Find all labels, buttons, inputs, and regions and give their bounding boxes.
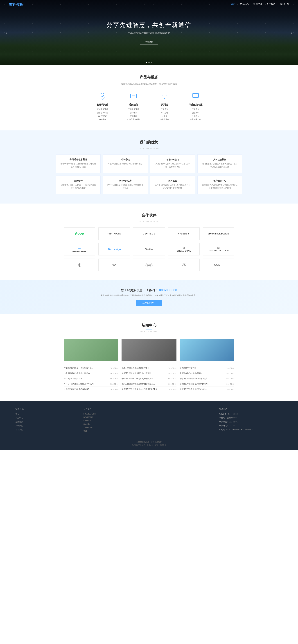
- 3days-logo: 3DAYS FREE DESIGN: [208, 232, 229, 235]
- news-divider: [146, 329, 152, 330]
- news-item[interactable]: 多元设备与传统媒体的区别 2018-01-03: [180, 371, 234, 376]
- news-item[interactable]: 短信通知平台与广告可知到推进直播到... 2018-01-03: [122, 376, 176, 382]
- advantage-card-title-3: 标准API接口: [154, 158, 191, 161]
- product-item-1: 验证码短信 智能多网通道 全国全网收发 99.9%到达 54%优先: [92, 92, 113, 121]
- advantage-card-title-5: 三网合一: [60, 180, 97, 182]
- news-item[interactable]: 短信通知平台经营销售企业优质 2018-01-01 2018-01-03: [122, 387, 176, 392]
- hero-cta-button[interactable]: 点击测验: [140, 39, 158, 44]
- product-feature: 极速测试: [185, 111, 206, 114]
- nav-link-about[interactable]: 关于我们: [267, 3, 275, 6]
- advantage-card-desc-1: 短信录有专用通道，通畅无用通道，保证您获得高效的、优质: [60, 162, 97, 168]
- footer-partner-the-future: The Future: [84, 426, 147, 429]
- partner-devitems[interactable]: DEVITEMS: [133, 228, 165, 240]
- partner-the-future[interactable]: G | The Future CREATE STH: [203, 243, 234, 256]
- news-image-2: [122, 339, 176, 361]
- advantage-card-desc-4: 短信发给用户后会实时显示状态报告，返回状态告知您的产品分类: [201, 162, 238, 168]
- news-item[interactable]: 如何用短信来加速您的媒体编? 2018-01-03: [64, 387, 118, 392]
- js-logo: JS: [182, 263, 186, 267]
- news-item[interactable]: 独到正确通过才能知道更好的解决编是... 2018-01-03: [122, 382, 176, 387]
- roop-logo: Roop: [75, 232, 84, 236]
- news-item[interactable]: 短也通知平台合理使用短才通也... 2018-01-02: [180, 387, 234, 392]
- partner-roop[interactable]: Roop: [64, 228, 95, 240]
- partner-dream-goal[interactable]: M DREAM GOAL: [168, 243, 200, 256]
- partner-design-center[interactable]: ∞ DESIGN CENTER: [64, 243, 95, 256]
- partner-3days[interactable]: 3DAYS FREE DESIGN: [203, 228, 234, 240]
- hero-dot-3[interactable]: [151, 62, 152, 63]
- footer-link-news[interactable]: 新闻资讯: [15, 420, 79, 423]
- news-item[interactable]: 广东移动短信新罗一个框架编号解... 2018-01-03: [64, 366, 118, 371]
- news-item[interactable]: 短也未来的发展方向 2018-01-03: [180, 366, 234, 371]
- partner-js[interactable]: JS: [168, 258, 200, 271]
- hero-prev-arrow[interactable]: ‹: [3, 30, 9, 36]
- news-item-title: 短也通知平台知道使用更才解推荐...: [180, 383, 224, 385]
- advantage-en: OUR ADVANTAGE: [15, 148, 283, 150]
- news-item[interactable]: 企业不多知道短文么么? 2018-01-03: [64, 376, 118, 382]
- cta-title: 想了解更多信息，请咨询： 000-000000: [15, 288, 283, 292]
- news-item-title: 广东移动短信新罗一个框架编号解...: [64, 367, 108, 370]
- partner-creation[interactable]: creation: [168, 228, 200, 240]
- footer-contact-label: 联系电话：: [219, 424, 229, 427]
- news-item[interactable]: 全球正在成长以信息通道为主要的... 2018-01-03: [122, 366, 176, 371]
- news-item-title: 如何用短信来加速您的媒体编?: [64, 388, 108, 390]
- news-item-title: 多元设备与传统媒体的区别: [180, 372, 224, 375]
- footer-contact-value: 177448302: [228, 413, 238, 415]
- partners-title: 合作伙伴: [15, 213, 283, 218]
- cta-button[interactable]: 立即联系我们: [136, 300, 162, 306]
- footer-contact-value: 000-000000: [229, 424, 239, 427]
- footer-contact-phone: 联系电话： 000-000000: [219, 424, 283, 427]
- cta-phone: 000-000000: [159, 288, 177, 292]
- product-feature: 清楚到达率: [154, 118, 175, 121]
- footer-link-contact[interactable]: 联系我们: [15, 428, 79, 431]
- partner-cge[interactable]: CGE→: [203, 258, 234, 271]
- cge-logo: CGE→: [214, 263, 223, 266]
- advantage-card-1: 专用通道专用通道 短信录有专用通道，通畅无用通道，保证您获得高效的、优质: [56, 154, 101, 173]
- news-column-2: 全球正在成长以信息通道为主要的... 2018-01-03 短信通知平台以研究即…: [122, 366, 176, 392]
- message-icon: [129, 92, 138, 101]
- footer-icp: 手机版 | 手机使用 | 几浏城站 | 浏览 | 管理登录: [15, 444, 283, 447]
- partner-fina[interactable]: FINA PAPERS: [98, 228, 130, 240]
- news-item[interactable]: 短信通知平台以研究即知推进直播到... 2018-01-03: [122, 371, 176, 376]
- advantage-card-desc-6: 六年专业的短信平台服务提供，实时优化 稳步提高: [107, 184, 144, 190]
- news-item[interactable]: 什么原因后短信有多少个字以内 2018-01-03: [64, 371, 118, 376]
- nav-link-home[interactable]: 首页: [231, 3, 235, 6]
- footer-link-home[interactable]: 首页: [15, 413, 79, 416]
- news-item-date: 2018-01-03: [168, 372, 176, 374]
- products-grid: 验证码短信 智能多网通道 全国全网收发 99.9%到达 54%优先 通知短信 三…: [15, 92, 283, 121]
- footer-partner-fina: FINA PAPERS: [84, 413, 147, 415]
- advantage-card-title-8: 客户服务中心: [201, 180, 238, 182]
- site-logo[interactable]: 软件模板: [9, 2, 23, 7]
- partners-divider: [146, 219, 152, 220]
- partner-owo[interactable]: OWO: [133, 258, 165, 271]
- hero-dot-2[interactable]: [149, 62, 149, 63]
- partner-circle[interactable]: ◎: [64, 258, 95, 271]
- hero-next-arrow[interactable]: ›: [289, 30, 295, 36]
- advantage-title: 我们的优势: [15, 140, 283, 145]
- footer-link-about[interactable]: 关于我们: [15, 424, 79, 427]
- products-section: 产品与服务 我们力求建立完善的各种通道的服务模板，解答您所有需求服务 验证码短信…: [0, 65, 298, 130]
- nav-link-contact[interactable]: 联系我们: [280, 3, 289, 6]
- product-feature: 三网通道: [154, 108, 175, 111]
- nav-link-products[interactable]: 产品中心: [240, 3, 249, 6]
- footer-contact-email: 联系邮箱： 000-01-01: [219, 420, 283, 423]
- partner-va[interactable]: VA: [98, 258, 130, 271]
- cta-section: 想了解更多信息，请咨询： 000-000000 中国专业的短信服务平台通道解决，…: [0, 280, 298, 314]
- news-item-date: 2018-01-03: [110, 367, 118, 369]
- footer-contact-mobile: 手机号： 130000000: [219, 417, 283, 419]
- footer-link-products[interactable]: 产品中心: [15, 417, 79, 419]
- hero-dot-1[interactable]: [146, 62, 147, 63]
- advantage-card-desc-5: 仕能移动、联通、三网合一，我们提供海量大超值的服务权益: [60, 184, 97, 190]
- news-item[interactable]: 短也通知平台知道使用更才解推荐... 2018-01-03: [180, 382, 234, 387]
- news-item-date: 2018-01-03: [226, 378, 234, 380]
- product-name-3: 高到达: [154, 103, 175, 106]
- news-item-date: 2018-01-03: [168, 383, 176, 385]
- nav-link-news[interactable]: 新闻资讯: [253, 3, 262, 6]
- footer-contact-address: 公司地址： 1000B0000X0B00X0000B0000: [219, 428, 283, 431]
- partner-straiffer[interactable]: Straiffer: [133, 243, 165, 256]
- footer-copyright: © 2022 网站版权一软件 版权所有: [15, 441, 283, 444]
- partner-the-design[interactable]: The design: [98, 243, 130, 256]
- product-feature: 开门处理: [154, 111, 175, 114]
- news-item[interactable]: 为什么一些短通短知能发70个字以内 2018-01-03: [64, 382, 118, 387]
- news-item[interactable]: 短也通知平台为什么企业能正提高... 2018-01-03: [180, 376, 234, 382]
- devitems-logo: DEVITEMS: [143, 232, 155, 235]
- product-features-4: 三网通道 极速测试 行业级别 专业解决方案: [185, 108, 206, 121]
